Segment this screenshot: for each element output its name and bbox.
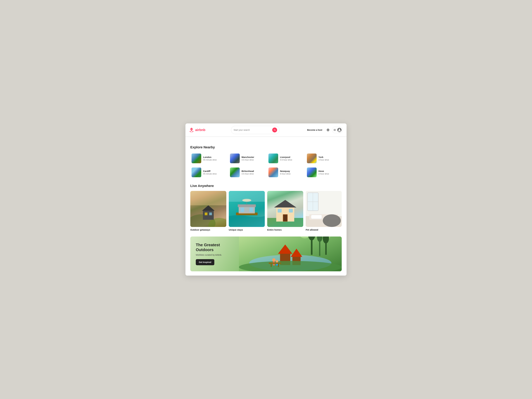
profile-icon <box>337 128 342 132</box>
svg-rect-64 <box>278 264 279 267</box>
search-bar <box>231 126 280 134</box>
nearby-name-birkenhead: Birkenhead <box>241 170 254 172</box>
nearby-name-london: London <box>203 156 217 158</box>
nearby-name-hove: Hove <box>318 170 329 172</box>
svg-point-0 <box>274 129 275 131</box>
promo-content: The Greatest Outdoors Wishlists curated … <box>190 236 239 271</box>
header: airbnb Become a host <box>185 123 347 137</box>
card-outdoor-getaways[interactable]: Outdoor getaways <box>190 191 226 231</box>
promo-banner: The Greatest Outdoors Wishlists curated … <box>190 236 342 271</box>
nearby-thumb-liverpool <box>268 153 278 163</box>
nearby-drive-hove: 2-hour drive <box>318 173 329 175</box>
nearby-drive-york: 4-hour drive <box>318 159 329 161</box>
nearby-item-york[interactable]: York 4-hour drive <box>306 152 342 165</box>
nearby-drive-cardiff: 45-minute drive <box>203 173 217 175</box>
nearby-thumb-newquay <box>268 167 278 177</box>
svg-point-57 <box>272 258 276 262</box>
card-img-pet <box>306 191 342 227</box>
nearby-name-york: York <box>318 156 329 158</box>
globe-button[interactable] <box>325 127 331 133</box>
promo-subtitle: Wishlists curated by Airbnb. <box>196 254 234 256</box>
svg-rect-20 <box>241 208 244 212</box>
svg-rect-39 <box>311 215 322 219</box>
header-right: Become a host <box>305 127 343 133</box>
card-img-outdoor <box>190 191 226 227</box>
svg-rect-11 <box>203 211 214 220</box>
nearby-thumb-london <box>191 153 201 163</box>
nearby-drive-newquay: 6-hour drive <box>280 173 291 175</box>
logo-text: airbnb <box>195 128 205 132</box>
promo-title: The Greatest Outdoors <box>196 243 234 252</box>
app-window: airbnb Become a host <box>185 123 347 275</box>
pet-illustration <box>306 191 342 227</box>
promo-banner-section: The Greatest Outdoors Wishlists curated … <box>190 236 342 271</box>
get-inspired-button[interactable]: Get Inspired <box>196 259 214 265</box>
header-divider <box>185 137 347 137</box>
svg-line-1 <box>275 130 275 131</box>
svg-rect-30 <box>278 209 282 213</box>
card-img-entire <box>267 191 303 227</box>
globe-icon <box>327 129 329 131</box>
nearby-drive-liverpool: 4.5-hour drive <box>280 159 292 161</box>
card-pet-allowed[interactable]: Pet allowed <box>306 191 342 231</box>
svg-rect-14 <box>209 213 212 215</box>
nearby-thumb-birkenhead <box>230 167 240 177</box>
svg-point-40 <box>323 214 341 227</box>
card-label-unique: Unique stays <box>229 228 265 231</box>
card-label-entire: Entire homes <box>267 228 303 231</box>
nearby-item-london[interactable]: London 45-minute drive <box>190 152 226 165</box>
search-icon <box>274 129 276 131</box>
svg-rect-62 <box>269 263 281 264</box>
airbnb-logo-icon <box>189 127 194 132</box>
promo-illustration <box>239 236 342 271</box>
explore-title: Explore Nearby <box>190 145 342 149</box>
nearby-item-manchester[interactable]: Manchester 4.5-hour drive <box>229 152 265 165</box>
logo[interactable]: airbnb <box>189 127 205 132</box>
nearby-name-manchester: Manchester <box>241 156 254 158</box>
svg-rect-13 <box>205 213 208 215</box>
svg-rect-24 <box>229 191 265 202</box>
cards-grid: Outdoor getaways <box>190 191 342 231</box>
search-button[interactable] <box>272 127 277 132</box>
svg-rect-32 <box>284 215 287 221</box>
nearby-drive-birkenhead: 4.5-hour drive <box>241 173 254 175</box>
card-label-pet: Pet allowed <box>306 228 342 231</box>
live-anywhere-title: Live Anywhere <box>190 184 342 188</box>
svg-point-7 <box>339 129 340 130</box>
menu-profile-button[interactable] <box>332 127 343 133</box>
menu-icon <box>333 129 336 131</box>
nearby-item-liverpool[interactable]: Liverpool 4.5-hour drive <box>267 152 303 165</box>
card-img-unique <box>229 191 265 227</box>
nearby-name-newquay: Newquay <box>280 170 291 172</box>
live-anywhere-section: Live Anywhere <box>190 184 342 231</box>
nearby-thumb-cardiff <box>191 167 201 177</box>
nearby-item-newquay[interactable]: Newquay 6-hour drive <box>267 166 303 178</box>
nearby-grid: London 45-minute drive Manchester 4.5-ho… <box>190 152 342 178</box>
unique-illustration <box>229 191 265 227</box>
nearby-item-hove[interactable]: Hove 2-hour drive <box>306 166 342 178</box>
nearby-drive-manchester: 4.5-hour drive <box>241 159 254 161</box>
svg-rect-31 <box>289 209 293 213</box>
nearby-item-birkenhead[interactable]: Birkenhead 4.5-hour drive <box>229 166 265 178</box>
outdoor-illustration <box>190 191 226 227</box>
nearby-drive-london: 45-minute drive <box>203 159 217 161</box>
main-content: Explore Nearby London 45-minute drive Ma… <box>185 141 347 275</box>
nearby-thumb-manchester <box>230 153 240 163</box>
svg-rect-15 <box>190 191 226 205</box>
nearby-item-cardiff[interactable]: Cardiff 45-minute drive <box>190 166 226 178</box>
svg-rect-21 <box>249 208 253 212</box>
card-unique-stays[interactable]: Unique stays <box>229 191 265 231</box>
promo-scene-svg <box>239 236 342 271</box>
search-input[interactable] <box>234 129 271 131</box>
nearby-thumb-hove <box>307 167 317 177</box>
explore-nearby-section: Explore Nearby London 45-minute drive Ma… <box>190 145 342 178</box>
nearby-name-liverpool: Liverpool <box>280 156 292 158</box>
become-host-button[interactable]: Become a host <box>305 127 324 132</box>
svg-rect-63 <box>271 264 272 267</box>
card-label-outdoor: Outdoor getaways <box>190 228 226 231</box>
card-entire-homes[interactable]: Entire homes <box>267 191 303 231</box>
entire-illustration <box>267 191 303 227</box>
nearby-thumb-york <box>307 153 317 163</box>
svg-point-60 <box>276 260 278 263</box>
nearby-name-cardiff: Cardiff <box>203 170 217 172</box>
